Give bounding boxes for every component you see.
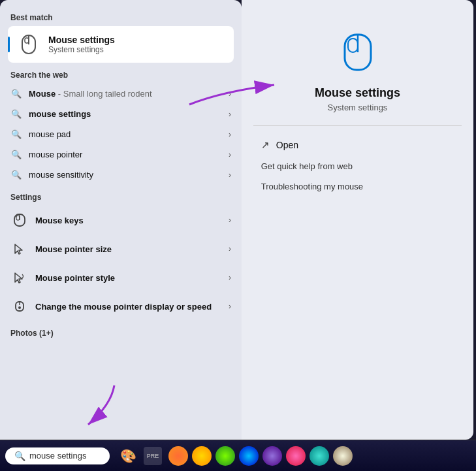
web-search-text-4: mouse pointer: [29, 150, 222, 159]
mouse-pointer-style-icon: [10, 268, 29, 287]
svg-point-7: [18, 306, 21, 309]
web-search-text-2: mouse settings: [29, 109, 222, 119]
app-icon-large: [332, 26, 384, 78]
open-label: Open: [276, 140, 298, 150]
settings-item-keys-label: Mouse keys: [35, 216, 222, 225]
settings-item-pointer-style[interactable]: Mouse pointer style ›: [0, 263, 242, 292]
settings-item-pointer-style-label: Mouse pointer style: [35, 273, 222, 283]
taskbar: 🔍 mouse settings 🎨 PRE: [0, 440, 476, 471]
svg-rect-11: [348, 39, 358, 52]
web-search-item-mouse[interactable]: 🔍 Mouse - Small long tailed rodent ›: [0, 84, 242, 104]
chevron-icon-4: ›: [229, 150, 231, 159]
troubleshoot-text: Troubleshooting my mouse: [261, 182, 363, 191]
taskbar-dot-icons: [168, 446, 353, 466]
open-button[interactable]: ↗ Open: [253, 134, 462, 156]
settings-section: Settings Mouse keys › Mouse pointer size…: [0, 190, 242, 321]
search-icon-5: 🔍: [10, 170, 22, 180]
chevron-settings-4: ›: [229, 302, 231, 311]
web-search-text-1: Mouse - Small long tailed rodent: [29, 89, 222, 99]
best-match-subtitle: System settings: [48, 45, 115, 54]
taskbar-search-icon: 🔍: [14, 451, 25, 461]
best-match-title: Mouse settings: [48, 35, 115, 45]
best-match-item[interactable]: Mouse settings System settings: [8, 26, 234, 63]
app-title: Mouse settings: [315, 86, 400, 100]
dot-4[interactable]: [239, 446, 259, 466]
taskbar-icons: 🎨 PRE: [118, 446, 162, 466]
search-icon-1: 🔍: [10, 89, 22, 99]
mouse-keys-icon: [10, 211, 29, 229]
search-icon-2: 🔍: [10, 109, 22, 119]
troubleshoot-link[interactable]: Troubleshooting my mouse: [253, 176, 462, 197]
chevron-settings-1: ›: [229, 216, 231, 225]
dot-2[interactable]: [192, 446, 212, 466]
settings-item-keys[interactable]: Mouse keys ›: [0, 206, 242, 235]
mouse-pointer-size-icon: [10, 240, 29, 258]
chevron-icon-1: ›: [229, 89, 231, 99]
best-match-label: Best match: [0, 10, 242, 26]
settings-item-display-speed[interactable]: Change the mouse pointer display or spee…: [0, 292, 242, 321]
chevron-settings-2: ›: [229, 244, 231, 253]
search-icon-3: 🔍: [10, 129, 22, 139]
dot-1[interactable]: [168, 446, 188, 466]
web-search-section: Search the web 🔍 Mouse - Small long tail…: [0, 68, 242, 185]
chevron-settings-3: ›: [229, 273, 231, 282]
photos-section: Photos (1+): [0, 326, 242, 342]
taskbar-search-text: mouse settings: [29, 451, 86, 461]
quick-help-link[interactable]: Get quick help from web: [253, 156, 462, 176]
photos-label: Photos (1+): [0, 326, 242, 342]
chevron-icon-5: ›: [229, 171, 231, 180]
settings-label: Settings: [0, 190, 242, 206]
taskbar-search[interactable]: 🔍 mouse settings: [5, 447, 110, 464]
web-search-item-sensitivity[interactable]: 🔍 mouse sensitivity ›: [0, 165, 242, 185]
taskbar-color-wheel[interactable]: 🎨: [118, 446, 138, 466]
web-search-text-3: mouse pad: [29, 129, 222, 139]
dot-3[interactable]: [215, 446, 235, 466]
settings-item-display-speed-label: Change the mouse pointer display or spee…: [35, 302, 222, 312]
divider: [253, 125, 462, 126]
settings-item-pointer-size[interactable]: Mouse pointer size ›: [0, 235, 242, 263]
best-match-text: Mouse settings System settings: [48, 35, 115, 54]
mouse-display-speed-icon: [10, 297, 29, 316]
right-panel: Mouse settings System settings ↗ Open Ge…: [242, 0, 473, 440]
settings-item-pointer-size-label: Mouse pointer size: [35, 244, 222, 254]
chevron-icon-2: ›: [229, 110, 231, 119]
search-results-panel: Best match Mouse settings System setting…: [0, 0, 242, 440]
dot-6[interactable]: [286, 446, 306, 466]
web-search-item-pad[interactable]: 🔍 mouse pad ›: [0, 124, 242, 144]
best-match-section: Best match Mouse settings System setting…: [0, 10, 242, 63]
web-search-item-pointer[interactable]: 🔍 mouse pointer ›: [0, 144, 242, 165]
dot-7[interactable]: [309, 446, 329, 466]
web-search-text-5: mouse sensitivity: [29, 170, 222, 180]
search-icon-4: 🔍: [10, 150, 22, 159]
selection-bar: [8, 37, 10, 52]
dot-8[interactable]: [333, 446, 353, 466]
quick-help-text: Get quick help from web: [261, 161, 353, 171]
open-icon: ↗: [261, 139, 270, 151]
app-subtitle: System settings: [328, 103, 388, 112]
dot-5[interactable]: [262, 446, 282, 466]
chevron-icon-3: ›: [229, 130, 231, 139]
taskbar-pre-icon[interactable]: PRE: [144, 447, 162, 465]
mouse-settings-icon: [17, 33, 40, 56]
web-search-item-settings[interactable]: 🔍 mouse settings ›: [0, 104, 242, 124]
web-search-label: Search the web: [0, 68, 242, 84]
